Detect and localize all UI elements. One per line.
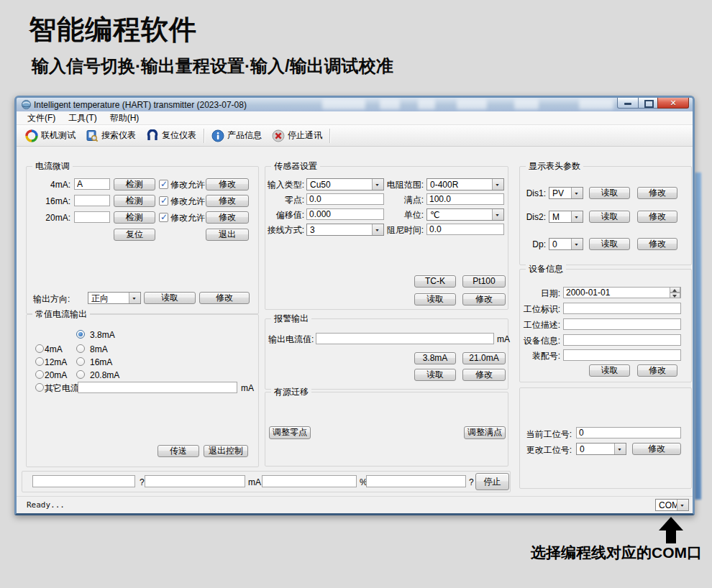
- maximize-button[interactable]: [638, 98, 658, 109]
- stop-button[interactable]: 停止: [475, 473, 509, 490]
- close-button[interactable]: [657, 98, 689, 109]
- dis1-modify-button[interactable]: 修改: [637, 187, 677, 199]
- group-title: 有源迁移: [271, 387, 311, 397]
- radio-other-current[interactable]: [35, 383, 44, 392]
- trim-4ma-allow-checkbox[interactable]: [159, 180, 168, 189]
- minimize-button[interactable]: [617, 98, 639, 109]
- title-bar[interactable]: Intelligent temperature (HART) transmitt…: [17, 98, 693, 111]
- adjust-full-button[interactable]: 调整满点: [464, 426, 506, 439]
- tck-button[interactable]: TC-K: [414, 275, 456, 288]
- trim-16ma-allow-checkbox[interactable]: [159, 196, 168, 206]
- station-modify-button[interactable]: 修改: [632, 443, 681, 455]
- dis1-value: PV: [552, 188, 564, 198]
- monitor-input-4[interactable]: [366, 475, 466, 487]
- dp-combo[interactable]: 0: [549, 238, 583, 250]
- pt100-button[interactable]: Pt100: [462, 275, 506, 288]
- sensor-modify-button[interactable]: 修改: [462, 293, 506, 306]
- output-direction-combo[interactable]: 正向: [88, 292, 141, 304]
- zero-input[interactable]: [306, 193, 384, 205]
- radio-16ma[interactable]: [76, 357, 85, 366]
- current-station-input[interactable]: [576, 427, 681, 438]
- com-port-combo[interactable]: COM8: [655, 499, 689, 511]
- chevron-down-icon[interactable]: [372, 179, 383, 190]
- change-station-combo[interactable]: 0: [576, 443, 626, 455]
- menu-tools[interactable]: 工具(T): [62, 111, 103, 125]
- device-read-button[interactable]: 读取: [589, 364, 630, 377]
- trim-reset-button[interactable]: 复位: [114, 229, 155, 241]
- trim-16ma-detect-button[interactable]: 检测: [114, 195, 155, 207]
- radio-20.8ma[interactable]: [76, 370, 85, 379]
- device-modify-button[interactable]: 修改: [637, 364, 677, 377]
- offset-input[interactable]: [306, 208, 384, 220]
- chevron-down-icon[interactable]: [677, 500, 688, 510]
- chevron-down-icon[interactable]: [129, 293, 140, 303]
- trim-16ma-modify-button[interactable]: 修改: [206, 195, 249, 207]
- trim-exit-button[interactable]: 退出: [206, 229, 249, 241]
- trim-16ma-input[interactable]: [74, 195, 110, 206]
- trim-20ma-input[interactable]: [74, 211, 110, 223]
- monitor-input-1[interactable]: [32, 475, 135, 487]
- date-input[interactable]: [563, 287, 681, 298]
- chevron-down-icon[interactable]: [571, 188, 583, 198]
- radio-3.8ma[interactable]: [76, 330, 85, 339]
- trim-4ma-detect-button[interactable]: 检测: [114, 178, 155, 190]
- glass-blur-patch: [380, 99, 400, 109]
- chevron-down-icon[interactable]: [571, 211, 583, 222]
- radio-12ma[interactable]: [35, 357, 44, 366]
- radio-8ma[interactable]: [76, 344, 85, 353]
- res-range-combo[interactable]: 0-400R: [426, 178, 504, 190]
- dis2-modify-button[interactable]: 修改: [637, 211, 677, 223]
- online-test-button[interactable]: 联机测试: [20, 127, 81, 144]
- damping-input[interactable]: [426, 224, 504, 235]
- output-direction-modify-button[interactable]: 修改: [199, 292, 250, 304]
- other-current-input[interactable]: [78, 382, 237, 393]
- chevron-down-icon[interactable]: [492, 209, 503, 220]
- device-info-input[interactable]: [563, 334, 681, 346]
- chevron-down-icon[interactable]: [614, 444, 626, 454]
- wiring-combo[interactable]: 3: [306, 224, 384, 236]
- trim-4ma-input[interactable]: [74, 178, 110, 190]
- alarm-3.8ma-button[interactable]: 3.8mA: [414, 352, 456, 364]
- full-input[interactable]: [426, 193, 504, 205]
- dis2-read-button[interactable]: 读取: [589, 211, 630, 223]
- dis2-combo[interactable]: M: [549, 211, 583, 223]
- assembly-no-input[interactable]: [563, 349, 681, 361]
- station-id-input[interactable]: [563, 303, 681, 314]
- input-type-combo[interactable]: Cu50: [306, 178, 384, 190]
- monitor-input-3[interactable]: [262, 475, 357, 487]
- chevron-down-icon[interactable]: [372, 224, 383, 235]
- trim-4ma-modify-button[interactable]: 修改: [206, 178, 249, 190]
- stop-comm-button[interactable]: 停止通讯: [267, 127, 327, 144]
- chevron-down-icon[interactable]: [571, 239, 583, 249]
- trim-20ma-modify-button[interactable]: 修改: [206, 211, 249, 224]
- reset-instrument-button[interactable]: 复位仪表: [141, 127, 201, 144]
- radio-20ma[interactable]: [35, 370, 44, 379]
- dp-modify-button[interactable]: 修改: [637, 238, 677, 250]
- alarm-read-button[interactable]: 读取: [414, 369, 456, 381]
- adjust-zero-button[interactable]: 调整零点: [269, 426, 311, 439]
- dis1-combo[interactable]: PV: [549, 187, 583, 199]
- trim-20ma-detect-button[interactable]: 检测: [114, 211, 155, 224]
- trim-20ma-allow-checkbox[interactable]: [159, 213, 168, 222]
- chevron-down-icon[interactable]: [492, 179, 503, 190]
- product-info-button[interactable]: 产品信息: [206, 127, 267, 144]
- search-instrument-button[interactable]: 搜索仪表: [81, 127, 141, 144]
- dis1-read-button[interactable]: 读取: [589, 187, 630, 199]
- exit-control-button[interactable]: 退出控制: [204, 445, 248, 457]
- sensor-read-button[interactable]: 读取: [414, 293, 456, 306]
- menu-help[interactable]: 帮助(H): [104, 111, 146, 125]
- menu-file[interactable]: 文件(F): [21, 111, 62, 125]
- monitor-input-2[interactable]: [145, 475, 245, 487]
- alarm-current-input[interactable]: [316, 333, 494, 344]
- send-button[interactable]: 传送: [158, 445, 199, 457]
- unit-combo[interactable]: ℃: [426, 208, 504, 221]
- alarm-modify-button[interactable]: 修改: [462, 369, 506, 381]
- spin-down-icon[interactable]: [670, 293, 680, 298]
- spin-up-icon[interactable]: [670, 287, 680, 293]
- alarm-21ma-button[interactable]: 21.0mA: [462, 352, 506, 364]
- output-direction-read-button[interactable]: 读取: [144, 292, 196, 304]
- date-spinner[interactable]: [670, 287, 680, 298]
- dp-read-button[interactable]: 读取: [589, 238, 630, 250]
- station-desc-input[interactable]: [563, 318, 681, 330]
- radio-4ma[interactable]: [35, 344, 44, 353]
